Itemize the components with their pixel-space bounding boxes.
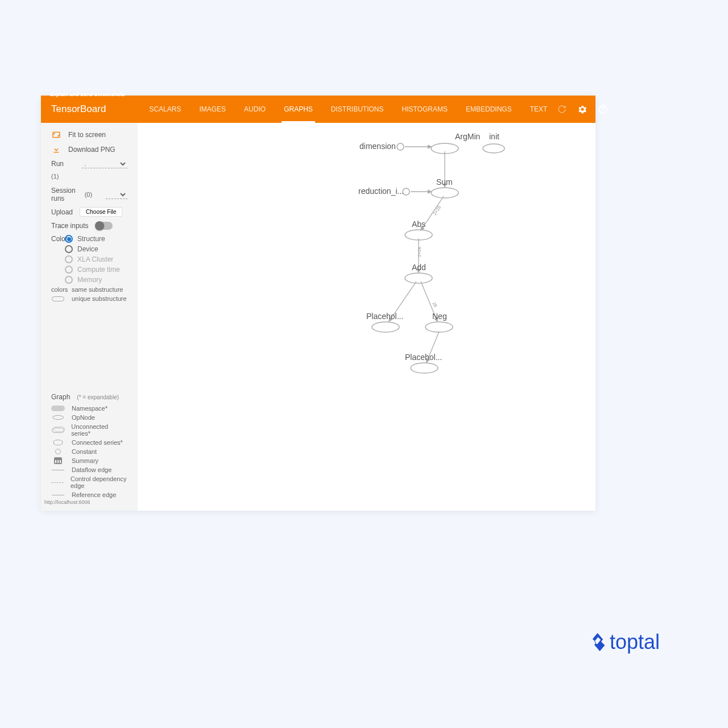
app-title: TensorBoard [51,104,106,115]
node-sum[interactable] [431,188,458,198]
tab-audio[interactable]: AUDIO [235,96,275,123]
header: Explain and Send Screenshots TensorBoard… [41,96,595,123]
radio-icon [65,255,73,263]
node-dimension[interactable] [397,143,404,150]
run-count: (1) [51,173,59,180]
trace-toggle[interactable] [96,222,113,230]
gear-icon[interactable] [577,104,588,115]
color-option-xla-cluster: XLA Cluster [41,254,138,264]
tab-graphs[interactable]: GRAPHS [275,96,322,123]
legend-connected-series-: Connected series* [41,438,138,447]
upload-row: Upload Choose File [41,205,138,219]
session-label: Session runs [51,187,76,202]
color-option-compute-time: Compute time [41,264,138,275]
tab-images[interactable]: IMAGES [190,96,235,123]
node-placeholder-1[interactable] [372,322,399,332]
legend-constant: Constant [41,447,138,456]
tab-distributions[interactable]: DISTRIBUTIONS [322,96,393,123]
session-row: Session runs (0) [41,184,138,205]
tab-text[interactable]: TEXT [521,96,557,123]
choose-file-button[interactable]: Choose File [80,207,122,217]
graph-canvas[interactable]: 2×28 2×28 28 ArgMin init dimension Sum r… [138,123,595,511]
fit-icon [51,130,61,140]
color-option-device[interactable]: Device [41,244,138,254]
legend-opnode: OpNode [41,413,138,422]
run-select[interactable]: . [82,160,127,168]
svg-text:reduction_i...: reduction_i... [358,187,404,196]
colors-legend-header: colors same substructure [41,285,138,294]
download-png-button[interactable]: Download PNG [41,142,138,157]
legend-summary: Summary [41,456,138,465]
svg-text:Neg: Neg [432,312,447,321]
svg-text:dimension: dimension [359,142,396,151]
svg-text:init: init [489,132,499,141]
color-option-structure[interactable]: Structure [41,234,138,244]
svg-text:Placehol...: Placehol... [366,312,403,321]
session-select[interactable] [106,191,127,199]
svg-text:ArgMin: ArgMin [455,132,480,141]
svg-text:Abs: Abs [412,220,425,229]
toptal-label: toptal [610,630,660,654]
unique-substructure-icon [52,296,64,301]
svg-point-1 [603,111,603,111]
extension-label: Explain and Send Screenshots [50,92,125,97]
tab-embeddings[interactable]: EMBEDDINGS [457,96,521,123]
svg-text:Add: Add [412,263,426,272]
session-count: (0) [82,191,92,198]
graph-legend-header: Graph (* = expandable) [41,390,138,404]
run-label: Run [51,160,64,168]
svg-text:28: 28 [431,301,439,309]
toptal-icon [592,633,606,651]
trace-label: Trace inputs [51,222,89,230]
radio-icon [65,235,73,243]
run-row: Run . [41,157,138,171]
tabs: SCALARSIMAGESAUDIOGRAPHSDISTRIBUTIONSHIS… [140,96,556,123]
tab-histograms[interactable]: HISTOGRAMS [392,96,456,123]
footer-url: http://localhost:6006 [41,499,138,506]
legend-dataflow-edge: Dataflow edge [41,465,138,474]
svg-text:2×28: 2×28 [417,246,422,257]
radio-icon [65,276,73,284]
svg-text:2×28: 2×28 [432,205,442,217]
svg-rect-2 [53,132,60,137]
svg-text:Sum: Sum [436,177,453,187]
refresh-icon[interactable] [556,104,568,115]
color-option-memory: Memory [41,275,138,285]
radio-icon [65,245,73,253]
radio-icon [65,266,73,274]
fit-to-screen-button[interactable]: Fit to screen [41,127,138,142]
toptal-brand: toptal [592,630,660,654]
node-neg[interactable] [425,322,453,332]
node-add[interactable] [405,273,432,283]
fit-label: Fit to screen [68,131,106,139]
tab-scalars[interactable]: SCALARS [140,96,190,123]
trace-row: Trace inputs [41,219,138,233]
node-placeholder-2[interactable] [411,363,438,373]
download-label: Download PNG [68,146,115,154]
sidebar: Fit to screen Download PNG Run . (1) Ses… [41,123,138,511]
download-icon [51,144,61,155]
legend-namespace-: Namespace* [41,404,138,413]
svg-text:Placehol...: Placehol... [405,353,442,362]
colors-legend-row: unique substructure [41,294,138,303]
upload-label: Upload [51,208,73,216]
node-init[interactable] [483,144,504,153]
legend-unconnected-series-: Unconnected series* [41,422,138,438]
legend-control-dependency-edge: Control dependency edge [41,474,138,490]
help-icon[interactable] [597,104,609,115]
legend-reference-edge: Reference edge [41,490,138,499]
